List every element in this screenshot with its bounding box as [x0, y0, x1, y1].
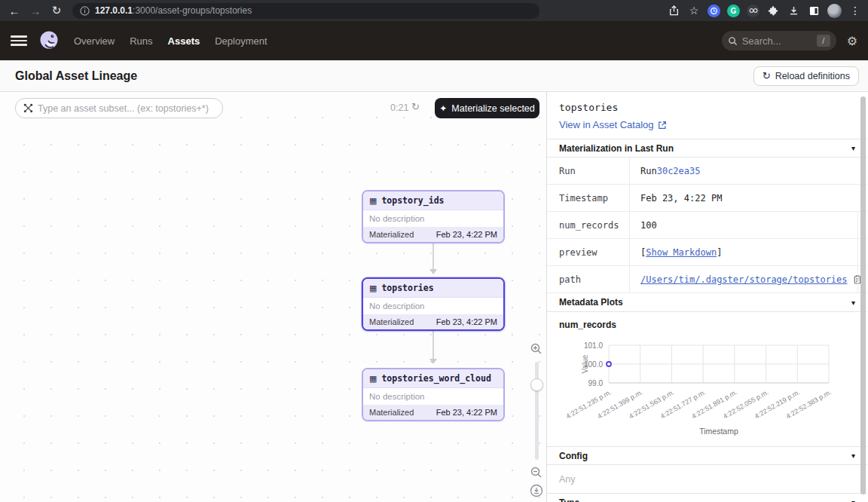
asset-node-status: Materialized: [369, 317, 414, 326]
metadata-link[interactable]: Show Markdown: [646, 247, 717, 258]
search-shortcut-badge: /: [817, 35, 830, 47]
reload-definitions-button[interactable]: ↻ Reload definitions: [753, 66, 859, 86]
zoom-out-icon[interactable]: [530, 466, 543, 479]
asset-node-timestamp: Feb 23, 4:22 PM: [436, 408, 497, 417]
info-icon[interactable]: [80, 6, 90, 16]
metadata-row: preview[Show Markdown]: [547, 239, 867, 266]
nav-deployment[interactable]: Deployment: [215, 35, 267, 47]
browser-menu-icon[interactable]: ⋮: [848, 4, 862, 17]
hamburger-menu-icon[interactable]: [11, 35, 27, 46]
type-section-header[interactable]: Type ▾: [547, 493, 867, 502]
page-title: Global Asset Lineage: [15, 69, 137, 83]
metadata-value: Feb 23, 4:22 PM: [630, 185, 867, 211]
fit-view-icon[interactable]: [530, 484, 543, 497]
browser-chrome: ← → ↻ 127.0.0.1:3000/asset-groups/topsto…: [0, 0, 868, 21]
url-text: 127.0.0.1:3000/asset-groups/topstories: [95, 5, 252, 16]
lineage-canvas[interactable]: 0:21 ↻ ✦ Materialize selected ▦ topstory…: [0, 92, 547, 502]
table-icon: ▦: [369, 196, 377, 206]
asset-node-status: Materialized: [369, 408, 414, 417]
copy-icon[interactable]: [852, 274, 861, 284]
metadata-row: num_records100: [547, 212, 867, 239]
metadata-plot: 101.0100.099.04:22:51.235 p.m.4:22:51.39…: [547, 332, 867, 446]
asset-node-name: topstory_ids: [381, 195, 444, 206]
goggles-extension-icon[interactable]: [747, 5, 760, 17]
asset-node-name: topstories: [381, 283, 433, 293]
metadata-row: path/Users/tim/.dagster/storage/topstori…: [547, 266, 867, 293]
downloads-icon[interactable]: [787, 4, 800, 17]
materialize-selected-button[interactable]: ✦ Materialize selected: [435, 98, 539, 118]
grammarly-icon[interactable]: G: [727, 5, 740, 17]
asset-node[interactable]: ▦ topstories_word_cloud No description M…: [362, 368, 505, 421]
plot-name: num_records: [547, 312, 867, 332]
back-icon[interactable]: ←: [6, 2, 23, 19]
sparkle-icon: ✦: [439, 103, 447, 114]
search-icon: [728, 36, 738, 46]
chevron-down-icon[interactable]: ▾: [851, 144, 855, 152]
chevron-down-icon[interactable]: ▾: [851, 298, 855, 307]
zoom-slider[interactable]: [535, 362, 539, 460]
graph-filter-icon: [23, 103, 33, 113]
metadata-link[interactable]: /Users/tim/.dagster/storage/topstories: [640, 274, 848, 285]
gear-icon[interactable]: ⚙: [847, 34, 857, 48]
nav-assets[interactable]: Assets: [168, 35, 200, 47]
asset-node-description: No description: [363, 388, 503, 405]
svg-text:Timestamp: Timestamp: [699, 427, 738, 436]
address-bar[interactable]: 127.0.0.1:3000/asset-groups/topstories: [72, 3, 539, 19]
extension-clock-icon[interactable]: [708, 5, 720, 17]
asset-name: topstories: [559, 102, 855, 113]
metadata-link[interactable]: 30c2ea35: [657, 166, 701, 176]
zoom-slider-handle[interactable]: [530, 378, 543, 391]
metadata-value: Run 30c2ea35: [630, 158, 867, 184]
metadata-value: /Users/tim/.dagster/storage/topstories: [630, 266, 867, 292]
forward-icon[interactable]: →: [27, 2, 44, 19]
metadata-key: num_records: [547, 212, 630, 238]
nav-overview[interactable]: Overview: [74, 35, 115, 47]
metadata-key: preview: [547, 239, 630, 265]
table-icon: ▦: [369, 283, 377, 293]
puzzle-icon[interactable]: [766, 4, 780, 17]
metadata-row: TimestampFeb 23, 4:22 PM: [547, 185, 867, 212]
svg-text:Value: Value: [581, 354, 589, 373]
asset-subset-filter[interactable]: [15, 98, 223, 118]
metadata-value: [Show Markdown]: [630, 239, 867, 265]
page-header: Global Asset Lineage ↻ Reload definition…: [0, 60, 868, 92]
metadata-key: Run: [547, 158, 630, 184]
materialization-table: RunRun 30c2ea35TimestampFeb 23, 4:22 PMn…: [547, 158, 867, 293]
chevron-down-icon[interactable]: ▾: [851, 498, 855, 502]
asset-detail-panel: topstories View in Asset Catalog Materia…: [547, 92, 867, 502]
metadata-row: RunRun 30c2ea35: [547, 158, 867, 185]
zoom-in-icon[interactable]: [530, 342, 543, 356]
app-navbar: Overview Runs Assets Deployment Search..…: [0, 21, 868, 60]
asset-node[interactable]: ▦ topstory_ids No description Materializ…: [362, 190, 505, 243]
nav-runs[interactable]: Runs: [130, 35, 152, 47]
asset-node-description: No description: [363, 298, 503, 314]
reload-icon[interactable]: ↻: [48, 2, 65, 19]
profile-avatar[interactable]: [827, 4, 842, 18]
external-link-icon: [658, 121, 667, 130]
asset-node-status: Materialized: [369, 230, 414, 239]
svg-text:101.0: 101.0: [584, 341, 603, 350]
config-value: Any: [547, 465, 867, 493]
reload-icon: ↻: [763, 70, 771, 81]
sidebar-icon[interactable]: [807, 4, 821, 17]
lineage-edge: [432, 240, 434, 270]
dagster-logo[interactable]: [38, 29, 60, 52]
panel-scrollbar[interactable]: [860, 96, 866, 494]
metadata-value: 100: [630, 212, 867, 238]
asset-node-timestamp: Feb 23, 4:22 PM: [436, 317, 497, 326]
zoom-controls: [529, 342, 544, 497]
svg-text:99.0: 99.0: [588, 379, 604, 387]
asset-node-timestamp: Feb 23, 4:22 PM: [436, 230, 497, 239]
config-section-header[interactable]: Config ▾: [547, 446, 867, 465]
lineage-edge: [432, 327, 434, 360]
materialization-section-header[interactable]: Materialization in Last Run ▾: [547, 139, 867, 158]
chevron-down-icon[interactable]: ▾: [851, 451, 855, 460]
asset-subset-input[interactable]: [38, 103, 215, 114]
share-icon[interactable]: [667, 4, 680, 17]
refresh-icon[interactable]: ↻: [411, 101, 420, 112]
bookmark-star-icon[interactable]: ☆: [687, 4, 701, 17]
search-input[interactable]: Search... /: [722, 31, 836, 51]
view-in-asset-catalog-link[interactable]: View in Asset Catalog: [559, 119, 855, 130]
metadata-plots-section-header[interactable]: Metadata Plots ▾: [547, 293, 867, 312]
asset-node[interactable]: ▦ topstories No description Materialized…: [362, 277, 505, 331]
